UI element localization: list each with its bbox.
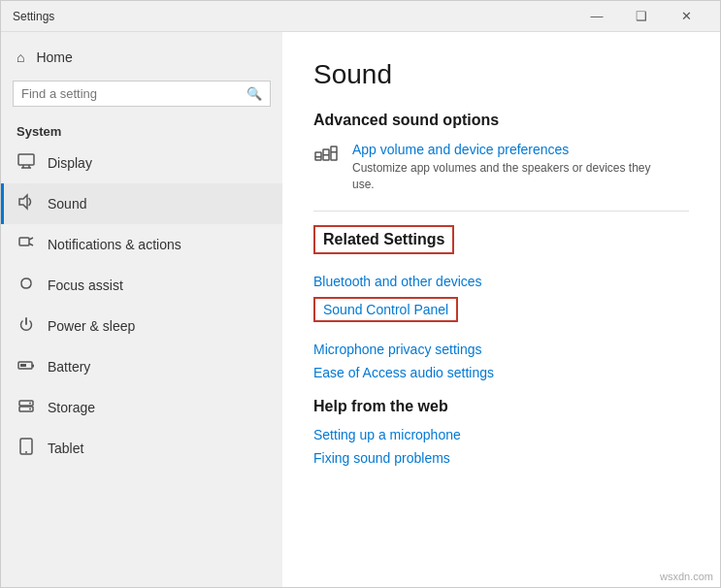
- svg-rect-18: [315, 156, 321, 158]
- related-settings-box: Related Settings: [313, 225, 454, 254]
- display-icon: [16, 152, 36, 174]
- watermark: wsxdn.com: [660, 571, 713, 582]
- sidebar-item-home[interactable]: ⌂ Home: [1, 40, 282, 75]
- related-settings-heading: Related Settings: [323, 231, 444, 247]
- sidebar-item-notifications-label: Notifications & actions: [48, 237, 181, 252]
- home-icon: ⌂: [16, 49, 24, 65]
- focus-icon: [16, 275, 36, 296]
- sidebar: ⌂ Home 🔍 System Display: [1, 32, 282, 587]
- sidebar-item-storage-label: Storage: [48, 400, 95, 415]
- app-volume-option: App volume and device preferences Custom…: [313, 141, 689, 193]
- page-title: Sound: [313, 59, 689, 90]
- power-icon: [16, 315, 36, 337]
- sidebar-item-tablet-label: Tablet: [48, 441, 83, 456]
- minimize-button[interactable]: —: [574, 1, 619, 32]
- help-heading: Help from the web: [313, 398, 689, 415]
- search-icon: 🔍: [246, 86, 262, 101]
- window-controls: — ❑ ✕: [574, 1, 708, 32]
- sidebar-item-power[interactable]: Power & sleep: [1, 306, 282, 346]
- close-button[interactable]: ✕: [664, 1, 708, 32]
- divider: [313, 211, 689, 212]
- link-microphone[interactable]: Microphone privacy settings: [313, 342, 689, 357]
- svg-rect-20: [323, 154, 329, 156]
- svg-point-14: [29, 408, 31, 410]
- svg-rect-10: [20, 364, 26, 367]
- window-content: ⌂ Home 🔍 System Display: [1, 32, 720, 587]
- svg-point-16: [25, 451, 27, 453]
- sidebar-item-battery-label: Battery: [48, 359, 90, 375]
- sidebar-home-label: Home: [36, 49, 72, 65]
- app-volume-title[interactable]: App volume and device preferences: [352, 142, 569, 157]
- app-volume-desc: Customize app volumes and the speakers o…: [352, 160, 663, 193]
- storage-icon: [16, 397, 36, 418]
- sidebar-item-focus[interactable]: Focus assist: [1, 265, 282, 306]
- main-content: Sound Advanced sound options App volume …: [282, 32, 720, 587]
- sidebar-section-label: System: [1, 116, 282, 143]
- sidebar-item-display[interactable]: Display: [1, 143, 282, 183]
- tablet-icon: [16, 438, 36, 459]
- svg-point-13: [29, 403, 31, 405]
- sound-icon: [16, 193, 36, 214]
- svg-rect-5: [19, 238, 29, 245]
- related-settings-links: Bluetooth and other devices Sound Contro…: [313, 274, 689, 380]
- settings-window: Settings — ❑ ✕ ⌂ Home 🔍 System: [0, 0, 721, 588]
- sidebar-item-sound-label: Sound: [48, 196, 86, 212]
- sidebar-item-notifications[interactable]: Notifications & actions: [1, 224, 282, 265]
- sidebar-item-battery[interactable]: Battery: [1, 346, 282, 387]
- search-input[interactable]: [21, 86, 241, 101]
- link-bluetooth[interactable]: Bluetooth and other devices: [313, 274, 689, 289]
- app-volume-text: App volume and device preferences Custom…: [352, 141, 663, 193]
- help-section: Help from the web Setting up a microphon…: [313, 398, 689, 466]
- sidebar-item-sound[interactable]: Sound: [1, 183, 282, 224]
- link-fix-sound[interactable]: Fixing sound problems: [313, 450, 689, 466]
- battery-icon: [16, 356, 36, 377]
- notifications-icon: [16, 234, 36, 255]
- titlebar: Settings — ❑ ✕: [1, 1, 720, 32]
- svg-marker-4: [19, 195, 27, 209]
- svg-rect-0: [18, 154, 34, 165]
- svg-rect-21: [331, 147, 337, 160]
- link-sound-control[interactable]: Sound Control Panel: [313, 297, 458, 322]
- maximize-button[interactable]: ❑: [619, 1, 664, 32]
- window-title: Settings: [13, 10, 54, 23]
- link-ease-access[interactable]: Ease of Access audio settings: [313, 365, 689, 380]
- search-box[interactable]: 🔍: [13, 81, 271, 107]
- svg-rect-22: [331, 151, 337, 153]
- app-volume-icon: [313, 143, 341, 176]
- link-setup-mic[interactable]: Setting up a microphone: [313, 427, 689, 442]
- svg-rect-9: [32, 365, 34, 368]
- sidebar-item-tablet[interactable]: Tablet: [1, 428, 282, 469]
- sidebar-item-display-label: Display: [48, 155, 92, 171]
- sidebar-item-focus-label: Focus assist: [48, 278, 123, 293]
- sidebar-item-storage[interactable]: Storage: [1, 387, 282, 428]
- advanced-section-heading: Advanced sound options: [313, 112, 689, 129]
- sidebar-item-power-label: Power & sleep: [48, 318, 135, 334]
